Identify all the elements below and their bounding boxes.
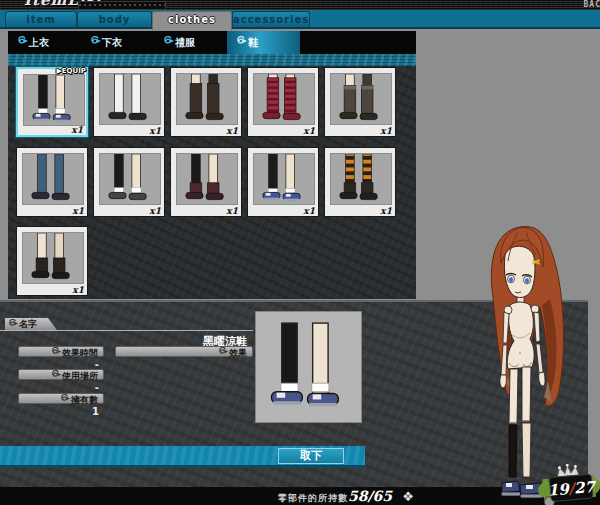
- spiral-arrow-icon: [50, 370, 62, 379]
- item-card-navy-white-sandals[interactable]: x1▶EQUIP: [16, 67, 88, 137]
- spiral-arrow-icon: [7, 319, 19, 328]
- spiral-arrow-icon: [89, 36, 102, 46]
- item-count: x1: [226, 126, 238, 136]
- item-count: x1: [380, 206, 392, 216]
- tab-clothes[interactable]: clothes: [152, 11, 232, 30]
- clothes-subtab-strip: 上衣 下衣 禮服 鞋: [8, 31, 416, 54]
- back-button[interactable]: BAC: [584, 0, 600, 9]
- name-label: 名字: [19, 319, 37, 329]
- item-thumbnail: [176, 73, 238, 125]
- unequip-button[interactable]: 取下: [278, 448, 344, 464]
- item-sprite: [100, 154, 158, 202]
- item-card-blue-jeans-dark-shoes[interactable]: x1: [16, 147, 88, 217]
- item-card-black-ankle-boots[interactable]: x1: [16, 226, 88, 296]
- game-screen: ItemList BAC itembodyclothesaccessories …: [0, 0, 600, 505]
- spiral-arrow-icon: [50, 347, 62, 356]
- item-thumbnail: [330, 73, 392, 125]
- subtab-3[interactable]: 禮服: [154, 31, 227, 54]
- item-sprite: [24, 75, 82, 123]
- field-bar-1: 效果時間: [18, 346, 104, 357]
- item-thumbnail: [253, 73, 315, 125]
- field-value-2: -: [18, 382, 104, 393]
- item-card-red-plaid-thigh-boots[interactable]: x1: [247, 67, 319, 137]
- item-count: x1: [303, 126, 315, 136]
- top-strip: ItemList BAC: [0, 0, 600, 10]
- item-sprite: [23, 154, 81, 202]
- item-card-white-knee-socks-black-shoes[interactable]: x1: [93, 67, 165, 137]
- item-sprite: [331, 74, 389, 122]
- item-thumbnail: [22, 153, 84, 205]
- main-tab-bar: itembodyclothesaccessories: [0, 10, 600, 29]
- tab-accessories[interactable]: accessories: [232, 11, 310, 27]
- item-count: x1: [72, 285, 84, 295]
- item-sprite: [23, 233, 81, 281]
- item-card-blue-white-sandals[interactable]: x1: [247, 147, 319, 217]
- subtab-2[interactable]: 下衣: [81, 31, 154, 54]
- spiral-arrow-icon: [217, 347, 229, 356]
- item-card-black-shoes-white-socks[interactable]: x1: [93, 147, 165, 217]
- item-thumbnail: [176, 153, 238, 205]
- tab-body[interactable]: body: [77, 11, 152, 27]
- item-sprite: [254, 74, 312, 122]
- action-bar: 取下: [0, 446, 365, 468]
- subtab-label: 上衣: [29, 37, 49, 48]
- equip-tag: ▶EQUIP: [56, 67, 86, 75]
- subtab-label: 鞋: [248, 37, 258, 48]
- parts-count-value: 58/65: [348, 488, 392, 504]
- item-grid-panel: x1▶EQUIP x1 x1 x1 x1 x1 x1 x1 x1: [8, 54, 416, 299]
- name-label-tab: 名字: [5, 318, 57, 330]
- item-sprite: [254, 154, 312, 202]
- item-count: x1: [72, 206, 84, 216]
- item-sprite: [100, 74, 158, 122]
- item-count: x1: [380, 126, 392, 136]
- item-thumbnail: [99, 153, 161, 205]
- spiral-arrow-icon: [235, 36, 248, 46]
- subtab-label: 下衣: [102, 37, 122, 48]
- tab-item[interactable]: item: [5, 11, 77, 27]
- item-preview: [255, 311, 362, 423]
- inventory-mini-box: [78, 1, 166, 10]
- item-count: x1: [149, 206, 161, 216]
- item-count: x1: [149, 126, 161, 136]
- item-sprite: [331, 154, 389, 202]
- field-bar-2: 使用場所: [18, 369, 104, 380]
- item-card-dark-red-ankle-boots[interactable]: x1: [170, 147, 242, 217]
- item-thumbnail: [23, 74, 85, 126]
- spiral-arrow-icon: [162, 36, 175, 46]
- spiral-arrow-icon: [16, 36, 29, 46]
- double-diamond-icon: ❖: [402, 489, 414, 504]
- item-thumbnail: [330, 153, 392, 205]
- grid-teal-strip: [8, 54, 416, 66]
- item-card-dark-brown-laceup-boots[interactable]: x1: [170, 67, 242, 137]
- field-value-3: 1: [18, 406, 104, 417]
- item-thumbnail: [99, 73, 161, 125]
- field-bar-3: 擁有數: [18, 393, 104, 404]
- item-sprite: [177, 154, 235, 202]
- subtab-1[interactable]: 上衣: [8, 31, 81, 54]
- item-card-orange-striped-socks-boots[interactable]: x1: [324, 147, 396, 217]
- field-bar-effect: 效果: [115, 346, 253, 357]
- crown-icon: [556, 463, 579, 477]
- name-divider: [0, 330, 253, 331]
- item-sprite: [256, 312, 359, 420]
- spiral-arrow-icon: [59, 394, 71, 403]
- subtab-4[interactable]: 鞋: [227, 31, 300, 54]
- item-card-gray-cuffed-knee-boots[interactable]: x1: [324, 67, 396, 137]
- subtab-label: 禮服: [175, 37, 195, 48]
- item-sprite: [177, 74, 235, 122]
- item-thumbnail: [253, 153, 315, 205]
- item-count: x1: [71, 125, 83, 135]
- collection-badge: 19/27: [536, 461, 600, 505]
- parts-count-label: 零部件的所持數: [278, 492, 348, 505]
- item-thumbnail: [22, 232, 84, 284]
- character-doll[interactable]: [448, 215, 598, 505]
- item-count: x1: [226, 206, 238, 216]
- item-count: x1: [303, 206, 315, 216]
